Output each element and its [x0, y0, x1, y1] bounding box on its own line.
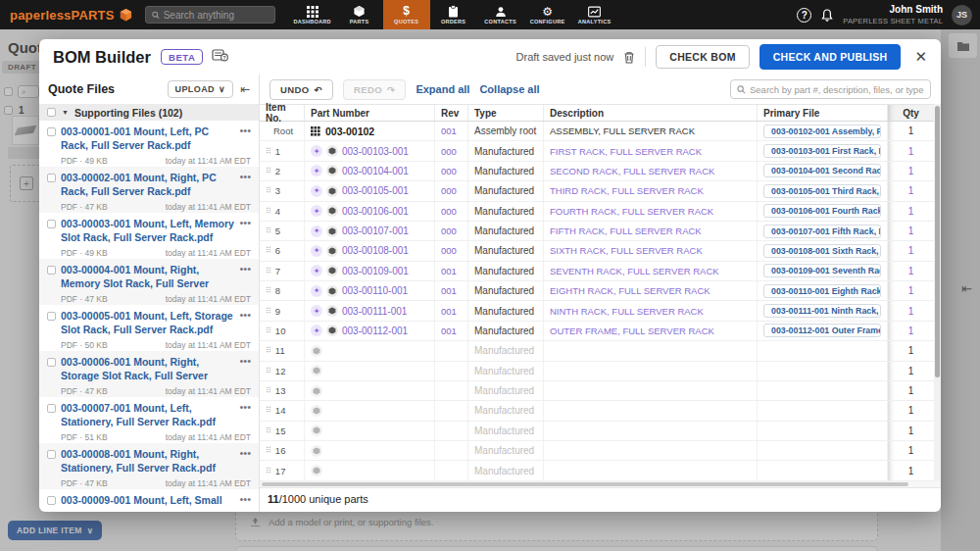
- primary-file-chip[interactable]: 003-00107-001 Fifth Rack, Full S: [763, 225, 881, 238]
- qty-cell[interactable]: 1: [888, 322, 934, 340]
- qty-cell[interactable]: 1: [888, 162, 934, 180]
- type-cell[interactable]: Manufactured: [468, 141, 544, 160]
- file-kebab-menu-icon[interactable]: •••: [235, 125, 251, 154]
- file-kebab-menu-icon[interactable]: •••: [235, 172, 251, 200]
- primary-file-chip[interactable]: 003-00105-001 Third Rack, Full: [763, 184, 881, 198]
- drag-handle-icon[interactable]: ⠿: [266, 286, 270, 295]
- global-search-input[interactable]: [164, 10, 269, 21]
- expand-all-link[interactable]: Expand all: [416, 83, 469, 95]
- part-cell[interactable]: ✦003-00111-001: [305, 301, 435, 320]
- rev-cell[interactable]: 000: [435, 162, 468, 180]
- file-name-link[interactable]: 003-00002-001 Mount, Right, PC Rack, Ful…: [61, 172, 235, 199]
- nav-item-analytics[interactable]: ANALYTICS: [571, 0, 618, 29]
- part-cell[interactable]: [305, 401, 435, 420]
- trash-icon[interactable]: [623, 51, 635, 64]
- undo-button[interactable]: UNDO ↶: [270, 79, 333, 100]
- description-cell[interactable]: THIRD RACK, FULL SERVER RACK: [544, 181, 758, 200]
- vertical-scrollbar[interactable]: [934, 104, 941, 481]
- rev-cell[interactable]: [435, 461, 468, 479]
- description-cell[interactable]: [544, 441, 758, 460]
- description-cell[interactable]: SECOND RACK, FULL SERVER RACK: [544, 162, 758, 180]
- rev-cell[interactable]: [435, 401, 468, 420]
- rev-cell[interactable]: 000: [435, 141, 468, 160]
- type-cell[interactable]: Manufactured: [468, 181, 544, 200]
- nav-item-configure[interactable]: ⚙ CONFIGURE: [524, 0, 571, 29]
- description-cell[interactable]: [544, 341, 758, 360]
- primary-file-cell[interactable]: 003-00110-001 Eighth Rack, Ful: [758, 281, 888, 300]
- part-number-link[interactable]: 003-00103-001: [342, 146, 409, 157]
- global-search[interactable]: [145, 6, 275, 24]
- primary-file-chip[interactable]: 003-00106-001 Fourth Rack, Ful: [763, 204, 881, 218]
- description-cell[interactable]: NINTH RACK, FULL SERVER RACK: [544, 301, 758, 320]
- qty-cell[interactable]: 1: [888, 222, 934, 240]
- scroll-thumb[interactable]: [935, 106, 940, 377]
- type-cell[interactable]: Manufactured: [468, 401, 544, 420]
- drag-handle-icon[interactable]: ⠿: [266, 207, 270, 216]
- group-checkbox[interactable]: [47, 108, 56, 117]
- file-kebab-menu-icon[interactable]: •••: [235, 448, 251, 476]
- primary-file-chip[interactable]: 003-00109-001 Seventh Rack, F: [763, 264, 881, 277]
- part-cell[interactable]: [305, 422, 435, 440]
- primary-file-chip[interactable]: 003-00112-001 Outer Frame, Ful: [763, 324, 881, 337]
- primary-file-cell[interactable]: 003-00111-001 Ninth Rack, Full S: [758, 301, 888, 320]
- drag-handle-icon[interactable]: ⠿: [266, 267, 270, 276]
- drag-handle-icon[interactable]: ⠿: [266, 346, 270, 355]
- type-cell[interactable]: Manufactured: [468, 441, 544, 460]
- primary-file-cell[interactable]: 003-00109-001 Seventh Rack, F: [758, 262, 888, 280]
- check-bom-button[interactable]: CHECK BOM: [656, 45, 749, 69]
- file-kebab-menu-icon[interactable]: •••: [235, 402, 251, 430]
- file-checkbox[interactable]: [47, 450, 56, 459]
- primary-file-chip[interactable]: 003-00111-001 Ninth Rack, Full S: [763, 304, 881, 318]
- file-checkbox[interactable]: [47, 312, 56, 321]
- primary-file-cell[interactable]: 003-00102-001 Assembly, Full S: [758, 122, 888, 140]
- part-cell[interactable]: [305, 461, 435, 479]
- file-checkbox[interactable]: [47, 174, 56, 182]
- qty-cell[interactable]: 1: [888, 381, 934, 400]
- part-number-link[interactable]: 003-00108-001: [342, 245, 409, 256]
- primary-file-chip[interactable]: 003-00108-001 Sixth Rack, Full S: [763, 244, 881, 258]
- type-cell[interactable]: Manufactured: [468, 281, 544, 300]
- file-kebab-menu-icon[interactable]: •••: [235, 310, 251, 338]
- type-cell[interactable]: Manufactured: [468, 341, 544, 360]
- nav-item-dashboard[interactable]: DASHBOARD: [289, 0, 336, 29]
- part-cell[interactable]: ✦003-00105-001: [305, 181, 435, 200]
- rev-cell[interactable]: 001: [435, 322, 468, 340]
- description-cell[interactable]: [544, 381, 758, 400]
- file-checkbox[interactable]: [47, 220, 56, 228]
- paperless-parts-logo[interactable]: paperlessPARTS: [0, 8, 145, 23]
- part-cell[interactable]: ✦003-00108-001: [305, 241, 435, 260]
- rev-cell[interactable]: 001: [435, 301, 468, 320]
- drag-handle-icon[interactable]: ⠿: [266, 226, 270, 235]
- qty-cell[interactable]: 1: [888, 441, 934, 460]
- description-cell[interactable]: SIXTH RACK, FULL SERVER RACK: [544, 241, 758, 260]
- redo-button[interactable]: REDO ↷: [343, 79, 406, 100]
- part-number-link[interactable]: 003-00110-001: [342, 285, 408, 296]
- primary-file-cell[interactable]: 003-00112-001 Outer Frame, Ful: [758, 322, 888, 340]
- nav-item-parts[interactable]: PARTS: [336, 0, 383, 29]
- supporting-files-group-header[interactable]: ▼ Supporting Files (102): [39, 104, 259, 121]
- rev-cell[interactable]: [435, 341, 468, 360]
- type-cell[interactable]: Assembly root: [468, 122, 544, 140]
- qty-cell[interactable]: 1: [888, 401, 934, 420]
- type-cell[interactable]: Manufactured: [468, 301, 544, 320]
- drag-handle-icon[interactable]: ⠿: [266, 246, 270, 255]
- file-kebab-menu-icon[interactable]: •••: [235, 356, 251, 384]
- drag-handle-icon[interactable]: ⠿: [266, 326, 270, 335]
- rev-cell[interactable]: [435, 381, 468, 400]
- part-number-link[interactable]: 003-00107-001: [342, 225, 409, 236]
- description-cell[interactable]: OUTER FRAME, FULL SERVER RACK: [544, 322, 758, 340]
- description-cell[interactable]: ASSEMBLY, FULL SERVER RACK: [544, 122, 758, 140]
- type-cell[interactable]: Manufactured: [468, 241, 544, 260]
- type-cell[interactable]: Manufactured: [468, 222, 544, 240]
- primary-file-cell[interactable]: 003-00104-001 Second Rack, Fu: [758, 162, 888, 180]
- file-kebab-menu-icon[interactable]: •••: [235, 494, 251, 512]
- primary-file-cell[interactable]: [758, 362, 888, 380]
- rev-cell[interactable]: 001: [435, 262, 468, 280]
- part-cell[interactable]: ✦003-00106-001: [305, 202, 435, 221]
- drag-handle-icon[interactable]: ⠿: [266, 167, 270, 175]
- drag-handle-icon[interactable]: ⠿: [266, 406, 270, 415]
- primary-file-cell[interactable]: [758, 381, 888, 400]
- rev-cell[interactable]: 000: [435, 241, 468, 260]
- file-checkbox[interactable]: [47, 266, 56, 275]
- primary-file-chip[interactable]: 003-00104-001 Second Rack, Fu: [763, 164, 881, 177]
